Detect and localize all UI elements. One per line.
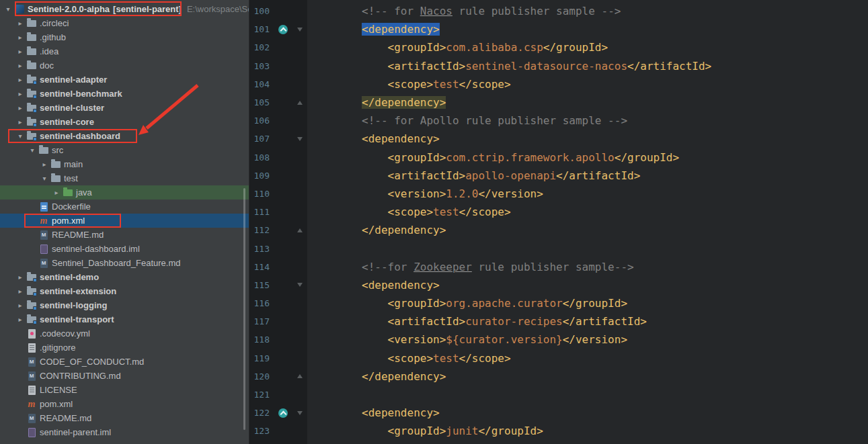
tree-item-pom-xml[interactable]: mpom.xml bbox=[0, 214, 249, 228]
tree-item-main[interactable]: ▸main bbox=[0, 157, 249, 171]
chevron-collapsed-icon[interactable]: ▸ bbox=[15, 30, 26, 44]
line-number: 108 bbox=[249, 152, 274, 163]
code-text[interactable]: <dependency> bbox=[307, 279, 440, 292]
chevron-expanded-icon[interactable]: ▾ bbox=[27, 143, 38, 157]
tree-item-code-of-conduct-md[interactable]: CODE_OF_CONDUCT.md bbox=[0, 355, 249, 369]
chevron-expanded-icon[interactable]: ▾ bbox=[3, 2, 13, 16]
tree-item-sentinel-adapter[interactable]: ▸sentinel-adapter bbox=[0, 73, 249, 87]
code-text[interactable]: <scope>test</scope> bbox=[307, 352, 511, 365]
fold-start-icon[interactable] bbox=[297, 283, 303, 287]
tree-item-codecov-yml[interactable]: .codecov.yml bbox=[0, 326, 249, 341]
tree-item-dockerfile[interactable]: Dockerfile bbox=[0, 199, 249, 214]
code-text[interactable]: <version>${curator.version}</version> bbox=[307, 333, 627, 346]
chevron-collapsed-icon[interactable]: ▸ bbox=[15, 16, 26, 30]
md-icon bbox=[26, 371, 38, 382]
chevron-collapsed-icon[interactable]: ▸ bbox=[15, 87, 26, 101]
code-text[interactable]: </dependency> bbox=[307, 370, 446, 383]
tree-item-sentinel-core[interactable]: ▸sentinel-core bbox=[0, 115, 249, 129]
tree-item-sentinel-extension[interactable]: ▸sentinel-extension bbox=[0, 284, 249, 298]
tree-item-pom-xml[interactable]: mpom.xml bbox=[0, 397, 249, 411]
tree-item-readme-md[interactable]: README.md bbox=[0, 411, 249, 425]
code-text[interactable]: <!-- for Nacos rule publisher sample --> bbox=[307, 5, 621, 17]
fold-start-icon[interactable] bbox=[297, 28, 303, 32]
tree-item-circleci[interactable]: ▸.circleci bbox=[0, 16, 249, 30]
chevron-collapsed-icon[interactable]: ▸ bbox=[51, 185, 62, 199]
code-text[interactable]: <artifactId>curator-recipes</artifactId> bbox=[307, 315, 647, 328]
fold-slot bbox=[292, 28, 307, 32]
tree-item-sentinel-demo[interactable]: ▸sentinel-demo bbox=[0, 270, 249, 284]
chevron-expanded-icon[interactable]: ▾ bbox=[15, 129, 26, 143]
editor-panel[interactable]: 100 <!-- for Nacos rule publisher sample… bbox=[249, 0, 868, 444]
line-number: 123 bbox=[249, 426, 274, 436]
fold-end-icon[interactable] bbox=[297, 374, 303, 378]
line-number: 113 bbox=[249, 244, 274, 254]
chevron-collapsed-icon[interactable]: ▸ bbox=[15, 58, 26, 73]
chevron-collapsed-icon[interactable]: ▸ bbox=[15, 101, 26, 115]
module-icon bbox=[26, 75, 38, 85]
chevron-collapsed-icon[interactable]: ▸ bbox=[15, 284, 26, 298]
code-text[interactable]: <artifactId>apollo-openapi</artifactId> bbox=[307, 169, 640, 182]
tree-item-contributing-md[interactable]: CONTRIBUTING.md bbox=[0, 369, 249, 383]
code-text[interactable]: <scope>test</scope> bbox=[307, 78, 511, 91]
tree-item-sentinel-dashboard-iml[interactable]: sentinel-dashboard.iml bbox=[0, 242, 249, 256]
dependency-update-icon[interactable] bbox=[278, 408, 288, 418]
tree-item-sentinel-parent-iml[interactable]: sentinel-parent.iml bbox=[0, 425, 249, 439]
tree-item-github[interactable]: ▸.github bbox=[0, 30, 249, 44]
chevron-collapsed-icon[interactable]: ▸ bbox=[15, 44, 26, 58]
tree-item-src[interactable]: ▾src bbox=[0, 143, 249, 157]
line-number: 102 bbox=[249, 42, 274, 52]
code-line-124: 124 <artifactId>junit</artifactId> bbox=[249, 441, 868, 444]
code-text[interactable]: <version>1.2.0</version> bbox=[307, 187, 543, 200]
tree-item-license[interactable]: LICENSE bbox=[0, 383, 249, 397]
chevron-collapsed-icon[interactable]: ▸ bbox=[15, 298, 26, 312]
tree-item-gitignore[interactable]: .gitignore bbox=[0, 341, 249, 355]
code-text[interactable]: <!-- for Apollo rule publisher sample --… bbox=[307, 114, 627, 127]
tree-item-sentinel-cluster[interactable]: ▸sentinel-cluster bbox=[0, 101, 249, 115]
line-number: 104 bbox=[249, 79, 274, 89]
code-text[interactable]: <groupId>com.ctrip.framework.apollo</gro… bbox=[307, 151, 679, 164]
tree-item-sentinel-transport[interactable]: ▸sentinel-transport bbox=[0, 312, 249, 326]
code-text[interactable]: <dependency> bbox=[307, 132, 440, 145]
tree-item-sentinel-dashboard[interactable]: ▾sentinel-dashboard bbox=[0, 129, 249, 143]
code-text[interactable]: <!--for Zookeeper rule publisher sample-… bbox=[307, 261, 634, 273]
fold-slot bbox=[292, 411, 307, 415]
module-icon bbox=[26, 89, 38, 99]
tree-item-sentinel-dashboard-feature-md[interactable]: Sentinel_Dashboard_Feature.md bbox=[0, 256, 249, 270]
code-line-119: 119 <scope>test</scope> bbox=[249, 349, 868, 367]
code-text[interactable]: <groupId>com.alibaba.csp</groupId> bbox=[307, 41, 608, 54]
code-text[interactable]: <artifactId>sentinel-datasource-nacos</a… bbox=[307, 60, 711, 73]
tree-item-sentinel-benchmark[interactable]: ▸sentinel-benchmark bbox=[0, 87, 249, 101]
tree-scrollbar[interactable] bbox=[243, 188, 245, 430]
code-text[interactable]: <dependency> bbox=[307, 23, 440, 36]
code-text[interactable]: <scope>test</scope> bbox=[307, 206, 511, 218]
code-text[interactable]: </dependency> bbox=[307, 224, 446, 236]
fold-start-icon[interactable] bbox=[297, 411, 303, 415]
tree-item-label: CONTRIBUTING.md bbox=[38, 371, 121, 381]
tree-item-sentinel-logging[interactable]: ▸sentinel-logging bbox=[0, 298, 249, 312]
chevron-collapsed-icon[interactable]: ▸ bbox=[15, 312, 26, 326]
chevron-collapsed-icon[interactable]: ▸ bbox=[39, 157, 50, 171]
chevron-collapsed-icon[interactable]: ▸ bbox=[15, 270, 26, 284]
fold-end-icon[interactable] bbox=[297, 101, 303, 105]
fold-end-icon[interactable] bbox=[297, 228, 303, 232]
tree-item-java[interactable]: ▸java bbox=[0, 185, 249, 199]
tree-item-label: .idea bbox=[38, 46, 58, 56]
dependency-update-icon[interactable] bbox=[278, 25, 288, 34]
tree-item-readme-md[interactable]: README.md bbox=[0, 228, 249, 242]
chevron-collapsed-icon[interactable]: ▸ bbox=[15, 73, 26, 87]
chevron-collapsed-icon[interactable]: ▸ bbox=[15, 115, 26, 129]
code-line-122: 122 <dependency> bbox=[249, 404, 868, 422]
code-text[interactable]: <groupId>junit</groupId> bbox=[307, 425, 543, 437]
fold-start-icon[interactable] bbox=[297, 137, 303, 141]
tree-item-doc[interactable]: ▸doc bbox=[0, 58, 249, 73]
tree-item-idea[interactable]: ▸.idea bbox=[0, 44, 249, 58]
tree-item-project-root[interactable]: ▾Sentinel-2.0.0-alpha[sentinel-parent]E:… bbox=[0, 2, 249, 16]
code-text[interactable]: <dependency> bbox=[307, 406, 440, 419]
tree-item-label: src bbox=[50, 145, 63, 155]
code-line-115: 115 <dependency> bbox=[249, 276, 868, 294]
chevron-expanded-icon[interactable]: ▾ bbox=[39, 171, 50, 185]
tree-item-label: sentinel-transport bbox=[38, 314, 114, 324]
code-text[interactable]: <groupId>org.apache.curator</groupId> bbox=[307, 297, 627, 310]
tree-item-test[interactable]: ▾test bbox=[0, 171, 249, 185]
code-text[interactable]: </dependency> bbox=[307, 96, 446, 109]
